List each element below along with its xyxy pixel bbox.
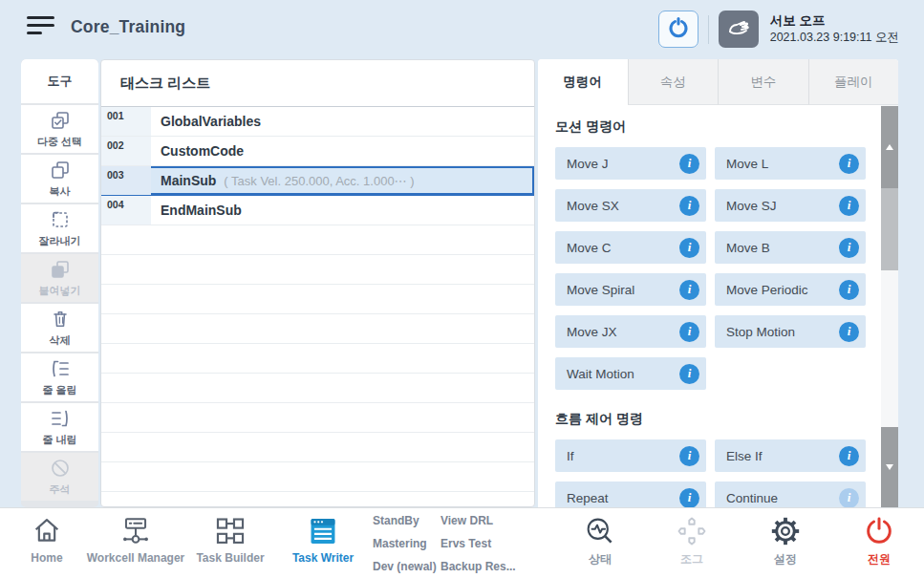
task-row-empty[interactable] [101, 492, 534, 507]
task-name: EndMainSub [161, 203, 242, 218]
command-move-spiral[interactable]: Move Spirali [555, 273, 706, 306]
nav-jog[interactable]: 조그 [661, 515, 722, 567]
task-row-empty[interactable] [101, 314, 534, 344]
info-icon[interactable]: i [839, 280, 859, 300]
task-row-empty[interactable] [101, 285, 534, 314]
command-move-c[interactable]: Move Ci [555, 231, 706, 264]
menu-hamburger-icon[interactable] [27, 16, 55, 39]
info-icon[interactable]: i [839, 238, 859, 258]
task-list-panel: 태스크 리스트 001 GlobalVariables 002 CustomCo… [100, 59, 535, 507]
nav-workcell-manager[interactable]: Workcell Manager [83, 515, 188, 565]
task-row-empty[interactable] [101, 374, 534, 403]
paste-button[interactable]: 붙여넣기 [21, 254, 98, 302]
command-list: 모션 명령어 Move Ji Move Li Move SXi Move SJi… [538, 105, 881, 507]
nav-status[interactable]: 상태 [569, 515, 631, 567]
info-icon[interactable]: i [839, 154, 859, 174]
trash-icon [49, 308, 72, 331]
status-column-1: StandBy Mastering Dev (newal) [373, 514, 437, 573]
tab-variables[interactable]: 변수 [718, 59, 808, 105]
home-icon [32, 515, 62, 547]
nav-label: Workcell Manager [87, 551, 184, 565]
hand-teach-icon [725, 15, 752, 44]
command-move-b[interactable]: Move Bi [715, 231, 866, 264]
nav-label: 조그 [680, 551, 703, 567]
task-row-empty[interactable] [101, 344, 534, 374]
command-label: Move Spiral [567, 283, 634, 297]
command-panel-tabs: 명령어 속성 변수 플레이 [538, 59, 898, 105]
command-move-sx[interactable]: Move SXi [555, 189, 706, 222]
multi-select-button[interactable]: 다중 선택 [21, 105, 98, 153]
task-row[interactable]: 001 GlobalVariables [101, 107, 534, 137]
comment-button[interactable]: 주석 [21, 453, 98, 501]
command-move-periodic[interactable]: Move Periodici [715, 273, 866, 306]
command-move-jx[interactable]: Move JXi [555, 315, 706, 348]
task-builder-icon [214, 515, 247, 547]
command-label: Move SX [567, 199, 619, 213]
tab-commands[interactable]: 명령어 [538, 59, 628, 105]
info-icon[interactable]: i [679, 238, 699, 258]
toolbar-title: 도구 [21, 59, 98, 103]
nav-task-builder[interactable]: Task Builder [191, 515, 269, 565]
info-icon[interactable]: i [679, 154, 699, 174]
info-icon[interactable]: i [679, 364, 699, 384]
task-row[interactable]: 004 EndMainSub [101, 196, 534, 225]
nav-home[interactable]: Home [17, 515, 76, 565]
info-icon[interactable]: i [679, 280, 699, 300]
command-label: Move J [567, 157, 609, 171]
scroll-down-button[interactable] [881, 427, 898, 507]
command-label: Else If [726, 449, 763, 463]
status-column-2: View DRL Ervs Test Backup Res... [441, 514, 516, 573]
tab-play[interactable]: 플레이 [808, 59, 899, 105]
status-text: Dev (newal) [373, 560, 437, 573]
task-row-selected[interactable]: 003 MainSub ( Task Vel. 250.000, Acc. 1.… [101, 166, 534, 196]
command-label: Move L [726, 157, 768, 171]
nav-settings[interactable]: 설정 [755, 515, 816, 567]
task-name: MainSub [161, 173, 216, 188]
info-icon[interactable]: i [679, 488, 699, 508]
status-monitor-icon [583, 515, 617, 547]
info-icon[interactable]: i [839, 322, 859, 342]
task-row-empty[interactable] [101, 462, 534, 492]
line-down-button[interactable]: 줄 내림 [21, 403, 98, 451]
command-continue[interactable]: Continuei [715, 482, 866, 507]
command-move-sj[interactable]: Move SJi [715, 189, 866, 222]
prohibit-icon [49, 457, 72, 480]
status-text: View DRL [441, 514, 516, 527]
delete-button[interactable]: 삭제 [21, 304, 98, 352]
servo-mode-button[interactable] [719, 11, 759, 48]
nav-task-writer[interactable]: Task Writer [283, 515, 363, 565]
command-wait-motion[interactable]: Wait Motioni [555, 357, 706, 390]
task-row-empty[interactable] [101, 225, 534, 255]
command-if[interactable]: Ifi [555, 439, 706, 472]
scroll-up-button[interactable] [881, 106, 898, 188]
robot-connect-button[interactable] [658, 11, 698, 48]
multi-select-icon [49, 109, 72, 132]
scrollbar[interactable] [881, 105, 898, 507]
scrollbar-thumb[interactable] [881, 188, 898, 270]
command-move-j[interactable]: Move Ji [555, 147, 706, 180]
command-stop-motion[interactable]: Stop Motioni [715, 315, 866, 348]
command-label: Move SJ [726, 199, 777, 213]
line-number: 002 [101, 137, 151, 165]
command-else-if[interactable]: Else Ifi [715, 439, 866, 472]
info-icon[interactable]: i [839, 446, 859, 466]
nav-power[interactable]: 전원 [849, 515, 910, 567]
copy-button[interactable]: 복사 [21, 155, 98, 203]
task-row-empty[interactable] [101, 403, 534, 433]
info-icon[interactable]: i [679, 196, 699, 216]
info-icon[interactable]: i [839, 196, 859, 216]
task-row-empty[interactable] [101, 255, 534, 285]
line-up-button[interactable]: 줄 올림 [21, 353, 98, 401]
command-repeat[interactable]: Repeati [555, 482, 706, 507]
cut-button[interactable]: 잘라내기 [21, 204, 98, 252]
info-icon[interactable]: i [679, 322, 699, 342]
bottom-nav-bar: Home Workcell Manager Task Buil [0, 507, 924, 578]
task-row[interactable]: 002 CustomCode [101, 137, 534, 166]
task-row-empty[interactable] [101, 433, 534, 462]
info-icon[interactable]: i [679, 446, 699, 466]
toolbar-item-label: 삭제 [50, 333, 71, 348]
task-name: GlobalVariables [161, 114, 261, 129]
tab-properties[interactable]: 속성 [628, 59, 719, 105]
page-title: Core_Training [71, 17, 185, 37]
command-move-l[interactable]: Move Li [715, 147, 866, 180]
